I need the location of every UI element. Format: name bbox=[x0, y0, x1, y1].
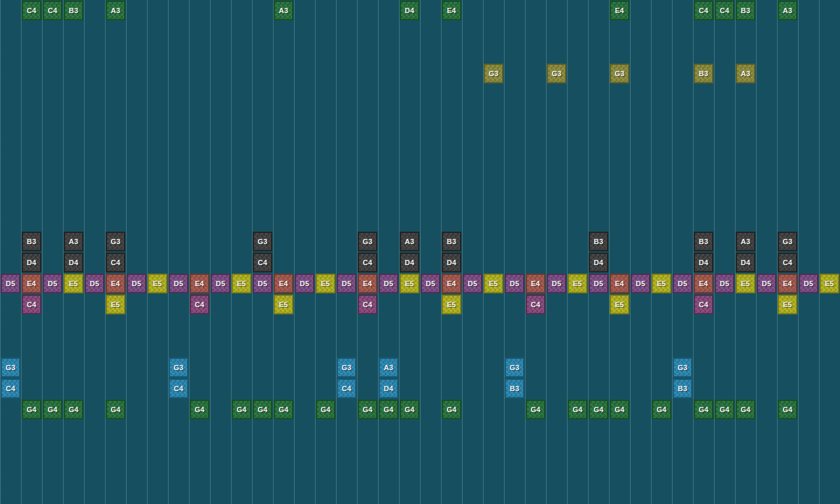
note-block[interactable]: D4 bbox=[694, 253, 713, 272]
note-block[interactable]: E4 bbox=[106, 274, 125, 293]
note-block[interactable]: C4 bbox=[358, 295, 377, 314]
note-block[interactable]: E4 bbox=[442, 274, 461, 293]
note-block[interactable]: A3 bbox=[106, 1, 125, 20]
note-block[interactable]: C4 bbox=[106, 253, 125, 272]
note-block[interactable]: E5 bbox=[568, 274, 587, 293]
note-block[interactable]: G4 bbox=[274, 400, 293, 419]
note-block[interactable]: A3 bbox=[64, 232, 83, 251]
note-block[interactable]: D5 bbox=[631, 274, 650, 293]
note-block[interactable]: D5 bbox=[379, 274, 398, 293]
note-block[interactable]: G3 bbox=[253, 232, 272, 251]
note-block[interactable]: B3 bbox=[694, 64, 713, 83]
note-block[interactable]: G3 bbox=[358, 232, 377, 251]
note-block[interactable]: G4 bbox=[736, 400, 755, 419]
note-block[interactable]: C4 bbox=[253, 253, 272, 272]
note-block[interactable]: C4 bbox=[694, 1, 713, 20]
note-block[interactable]: D4 bbox=[589, 253, 608, 272]
note-block[interactable]: B3 bbox=[64, 1, 83, 20]
note-block[interactable]: E5 bbox=[106, 295, 125, 314]
note-block[interactable]: D4 bbox=[442, 253, 461, 272]
note-block[interactable]: C4 bbox=[778, 253, 797, 272]
note-block[interactable]: D5 bbox=[757, 274, 776, 293]
note-block[interactable]: G3 bbox=[484, 64, 503, 83]
note-block[interactable]: G4 bbox=[379, 400, 398, 419]
note-block[interactable]: G3 bbox=[547, 64, 566, 83]
note-block[interactable]: E4 bbox=[274, 274, 293, 293]
note-block[interactable]: G4 bbox=[610, 400, 629, 419]
note-block[interactable]: D5 bbox=[547, 274, 566, 293]
note-block[interactable]: C4 bbox=[715, 1, 734, 20]
note-block[interactable]: A3 bbox=[736, 232, 755, 251]
note-block[interactable]: G3 bbox=[610, 64, 629, 83]
note-block[interactable]: D5 bbox=[589, 274, 608, 293]
note-block[interactable]: E5 bbox=[400, 274, 419, 293]
note-block[interactable]: A3 bbox=[778, 1, 797, 20]
note-block[interactable]: C4 bbox=[694, 295, 713, 314]
note-block[interactable]: E5 bbox=[652, 274, 671, 293]
note-block[interactable]: E5 bbox=[484, 274, 503, 293]
note-block[interactable]: C4 bbox=[22, 1, 41, 20]
note-block[interactable]: D4 bbox=[736, 253, 755, 272]
note-block[interactable]: G3 bbox=[337, 358, 356, 377]
note-block[interactable]: D5 bbox=[673, 274, 692, 293]
note-block[interactable]: G4 bbox=[253, 400, 272, 419]
note-block[interactable]: E4 bbox=[442, 1, 461, 20]
note-block[interactable]: A3 bbox=[736, 64, 755, 83]
note-block[interactable]: G3 bbox=[1, 358, 20, 377]
note-block[interactable]: C4 bbox=[1, 379, 20, 398]
note-block[interactable]: C4 bbox=[43, 1, 62, 20]
note-block[interactable]: C4 bbox=[337, 379, 356, 398]
note-block[interactable]: D5 bbox=[799, 274, 818, 293]
note-block[interactable]: B3 bbox=[673, 379, 692, 398]
note-block[interactable]: D5 bbox=[43, 274, 62, 293]
note-block[interactable]: C4 bbox=[190, 295, 209, 314]
note-block[interactable]: E4 bbox=[190, 274, 209, 293]
note-block[interactable]: C4 bbox=[22, 295, 41, 314]
note-block[interactable]: E5 bbox=[274, 295, 293, 314]
note-block[interactable]: G4 bbox=[715, 400, 734, 419]
note-block[interactable]: E5 bbox=[610, 295, 629, 314]
note-block[interactable]: D5 bbox=[463, 274, 482, 293]
note-block[interactable]: B3 bbox=[694, 232, 713, 251]
note-block[interactable]: D4 bbox=[22, 253, 41, 272]
note-block[interactable]: G4 bbox=[442, 400, 461, 419]
note-block[interactable]: E4 bbox=[22, 274, 41, 293]
note-block[interactable]: G4 bbox=[694, 400, 713, 419]
note-block[interactable]: G4 bbox=[778, 400, 797, 419]
note-block[interactable]: G3 bbox=[106, 232, 125, 251]
note-block[interactable]: B3 bbox=[736, 1, 755, 20]
note-block[interactable]: D5 bbox=[337, 274, 356, 293]
note-block[interactable]: E5 bbox=[316, 274, 335, 293]
note-block[interactable]: D4 bbox=[400, 253, 419, 272]
sequencer-grid[interactable]: C4C4B3A3A3D4E4E4C4C4B3A3G3G3G3B3A3B3A3G3… bbox=[0, 0, 840, 504]
note-block[interactable]: D5 bbox=[505, 274, 524, 293]
note-block[interactable]: E4 bbox=[610, 1, 629, 20]
note-block[interactable]: E5 bbox=[148, 274, 167, 293]
note-block[interactable]: D5 bbox=[127, 274, 146, 293]
note-block[interactable]: D4 bbox=[400, 1, 419, 20]
note-block[interactable]: G3 bbox=[169, 358, 188, 377]
note-block[interactable]: D5 bbox=[295, 274, 314, 293]
note-block[interactable]: C4 bbox=[169, 379, 188, 398]
note-block[interactable]: G4 bbox=[589, 400, 608, 419]
note-block[interactable]: C4 bbox=[358, 253, 377, 272]
note-block[interactable]: D4 bbox=[64, 253, 83, 272]
note-block[interactable]: D5 bbox=[253, 274, 272, 293]
note-block[interactable]: D4 bbox=[379, 379, 398, 398]
note-block[interactable]: A3 bbox=[274, 1, 293, 20]
note-block[interactable]: B3 bbox=[589, 232, 608, 251]
note-block[interactable]: G4 bbox=[316, 400, 335, 419]
note-block[interactable]: E5 bbox=[232, 274, 251, 293]
note-block[interactable]: G4 bbox=[64, 400, 83, 419]
note-block[interactable]: G3 bbox=[778, 232, 797, 251]
note-block[interactable]: E5 bbox=[64, 274, 83, 293]
note-block[interactable]: D5 bbox=[211, 274, 230, 293]
note-block[interactable]: C4 bbox=[526, 295, 545, 314]
note-block[interactable]: E5 bbox=[442, 295, 461, 314]
note-block[interactable]: D5 bbox=[1, 274, 20, 293]
note-block[interactable]: A3 bbox=[379, 358, 398, 377]
note-block[interactable]: A3 bbox=[400, 232, 419, 251]
note-block[interactable]: E4 bbox=[358, 274, 377, 293]
note-block[interactable]: G4 bbox=[190, 400, 209, 419]
note-block[interactable]: G4 bbox=[358, 400, 377, 419]
